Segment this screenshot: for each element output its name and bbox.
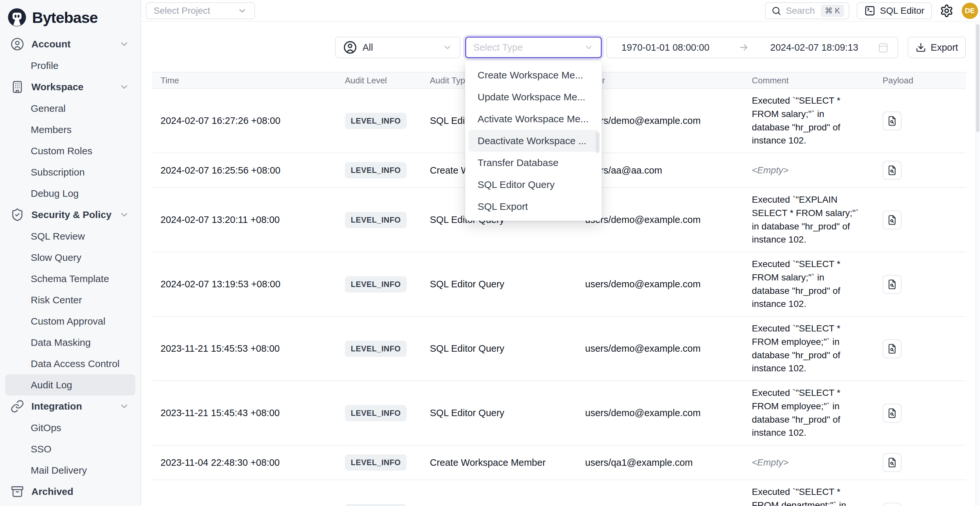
file-search-icon — [887, 165, 897, 175]
brand-logo[interactable]: Bytebase — [0, 0, 140, 30]
menu-item-update-workspace-member[interactable]: Update Workspace Me... — [468, 86, 598, 108]
payload-view-button[interactable] — [883, 111, 902, 130]
menu-item-transfer-database[interactable]: Transfer Database — [468, 152, 598, 173]
payload-view-button[interactable] — [883, 404, 902, 423]
audit-level-badge: LEVEL_INFO — [345, 276, 407, 293]
file-search-icon — [887, 408, 897, 418]
audit-level-badge: LEVEL_INFO — [345, 212, 407, 228]
date-start: 1970-01-01 08:00:00 — [621, 42, 710, 53]
sidebar-item-subscription[interactable]: Subscription — [0, 161, 140, 183]
sidebar-group-archived[interactable]: Archived — [0, 481, 140, 503]
sidebar-item-gitops[interactable]: GitOps — [0, 417, 140, 438]
sidebar-item-general[interactable]: General — [0, 98, 140, 119]
sidebar-nav: Account Profile Workspace General Member… — [0, 30, 140, 503]
column-header-actor: Actor — [585, 75, 752, 86]
gear-icon[interactable] — [940, 4, 953, 18]
sidebar-item-custom-roles[interactable]: Custom Roles — [0, 140, 140, 161]
chevron-down-icon — [442, 43, 452, 52]
menu-item-sql-export[interactable]: SQL Export — [468, 196, 598, 217]
sidebar-item-debug-log[interactable]: Debug Log — [0, 183, 140, 204]
file-search-icon — [887, 344, 897, 354]
sidebar-group-account[interactable]: Account — [0, 33, 140, 55]
table-row: 2024-02-07 13:19:53 +08:00 LEVEL_INFO SQ… — [152, 252, 966, 317]
payload-view-button[interactable] — [883, 161, 902, 180]
audit-level-badge: LEVEL_INFO — [345, 162, 407, 178]
building-icon — [10, 80, 24, 94]
file-search-icon — [887, 116, 897, 126]
chevron-down-icon — [119, 210, 129, 220]
sidebar-item-audit-log[interactable]: Audit Log — [5, 374, 135, 396]
audit-level-badge: LEVEL_INFO — [345, 405, 407, 421]
payload-view-button[interactable] — [883, 210, 902, 229]
terminal-icon — [864, 5, 875, 16]
file-search-icon — [887, 457, 897, 468]
payload-view-button[interactable] — [883, 453, 902, 472]
sidebar-group-integration[interactable]: Integration — [0, 396, 140, 417]
chevron-down-icon — [119, 82, 129, 92]
date-end: 2024-02-07 18:09:13 — [770, 42, 858, 53]
sidebar-item-sso[interactable]: SSO — [0, 438, 140, 460]
search-shortcut-badge: ⌘ K — [821, 5, 844, 17]
date-range-picker[interactable]: 1970-01-01 08:00:00 2024-02-07 18:09:13 — [606, 37, 898, 58]
sidebar: Bytebase Account Profile Workspace Gener… — [0, 0, 141, 506]
menu-item-create-workspace-member[interactable]: Create Workspace Me... — [468, 64, 598, 86]
sidebar-group-security-policy[interactable]: Security & Policy — [0, 204, 140, 226]
sidebar-item-data-access-control[interactable]: Data Access Control — [0, 353, 140, 374]
menu-item-activate-workspace-member[interactable]: Activate Workspace Me... — [468, 108, 598, 130]
search-icon — [772, 6, 781, 16]
sidebar-group-workspace[interactable]: Workspace — [0, 76, 140, 98]
type-filter-select[interactable]: Select Type — [465, 37, 602, 58]
audit-level-badge: LEVEL_INFO — [345, 454, 407, 471]
chevron-down-icon — [119, 39, 129, 49]
sidebar-item-mail-delivery[interactable]: Mail Delivery — [0, 460, 140, 481]
dropdown-scrollbar-thumb[interactable] — [596, 132, 600, 153]
audit-level-badge: LEVEL_INFO — [345, 113, 407, 129]
column-header-time: Time — [152, 75, 345, 86]
menu-item-deactivate-workspace-member[interactable]: Deactivate Workspace ... — [468, 130, 598, 152]
bytebase-logo-icon — [7, 8, 27, 27]
type-filter-dropdown-menu: Create Workspace Me... Update Workspace … — [465, 61, 602, 221]
payload-view-button[interactable] — [883, 503, 902, 506]
project-select[interactable]: Select Project — [146, 2, 255, 19]
table-row: 2023-11-04 22:48:30 +08:00 LEVEL_INFO Cr… — [152, 446, 966, 480]
audit-level-badge: LEVEL_INFO — [345, 341, 407, 357]
file-search-icon — [887, 279, 897, 290]
table-row: 2023-11-21 15:45:43 +08:00 LEVEL_INFO SQ… — [152, 381, 966, 446]
column-header-comment: Comment — [752, 75, 870, 86]
chevron-down-icon — [237, 6, 247, 16]
sidebar-item-schema-template[interactable]: Schema Template — [0, 268, 140, 289]
export-button[interactable]: Export — [908, 37, 966, 58]
file-search-icon — [887, 215, 897, 225]
link-icon — [10, 399, 24, 413]
search-input[interactable]: Search ⌘ K — [765, 2, 849, 19]
table-row: 2023-11-21 15:45:53 +08:00 LEVEL_INFO SQ… — [152, 317, 966, 381]
search-placeholder: Search — [786, 6, 816, 16]
sql-editor-button[interactable]: SQL Editor — [857, 2, 932, 19]
audit-level-badge: LEVEL_INFO — [345, 504, 407, 506]
actor-filter-select[interactable]: All — [335, 37, 460, 58]
chevron-down-icon — [119, 401, 129, 412]
payload-view-button[interactable] — [883, 275, 902, 294]
menu-item-sql-editor-query[interactable]: SQL Editor Query — [468, 173, 598, 196]
sidebar-item-sql-review[interactable]: SQL Review — [0, 226, 140, 247]
type-filter-placeholder: Select Type — [473, 42, 523, 53]
avatar[interactable]: DE — [962, 3, 978, 19]
brand-name: Bytebase — [32, 8, 98, 27]
sidebar-item-risk-center[interactable]: Risk Center — [0, 289, 140, 310]
sidebar-item-data-masking[interactable]: Data Masking — [0, 332, 140, 353]
shield-check-icon — [10, 208, 24, 222]
sidebar-item-members[interactable]: Members — [0, 119, 140, 140]
arrow-right-icon — [738, 42, 749, 53]
download-icon — [916, 42, 926, 53]
user-circle-icon — [343, 40, 357, 54]
sidebar-item-custom-approval[interactable]: Custom Approval — [0, 310, 140, 332]
page-scrollbar-thumb[interactable] — [976, 24, 979, 132]
sidebar-item-slow-query[interactable]: Slow Query — [0, 247, 140, 268]
topbar: Select Project Search ⌘ K SQL Editor DE — [141, 0, 980, 22]
calendar-icon — [877, 41, 889, 53]
table-row: 2023-11-04 21:26:24 +08:00 LEVEL_INFO SQ… — [152, 480, 966, 506]
sidebar-item-profile[interactable]: Profile — [0, 55, 140, 76]
payload-view-button[interactable] — [883, 339, 902, 358]
page-scrollbar-track[interactable] — [975, 22, 980, 506]
archive-icon — [10, 485, 24, 498]
